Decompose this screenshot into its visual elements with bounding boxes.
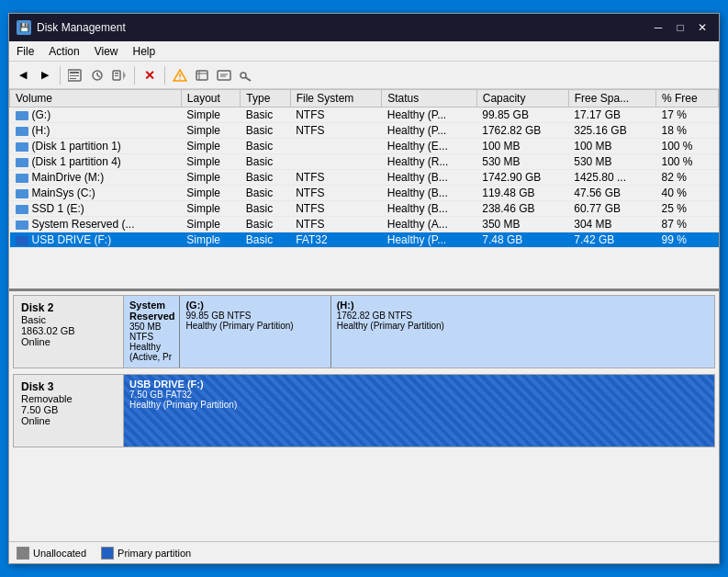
col-freespace[interactable]: Free Spa... xyxy=(568,90,655,107)
title-bar-left: 💾 Disk Management xyxy=(17,20,126,35)
table-row[interactable]: MainDrive (M:) Simple Basic NTFS Healthy… xyxy=(10,170,719,186)
svg-rect-14 xyxy=(196,71,207,80)
cell-type: Basic xyxy=(241,123,290,139)
toolbar-btn-4[interactable] xyxy=(170,65,190,85)
cell-free: 1425.80 ... xyxy=(568,170,655,186)
cell-capacity: 238.46 GB xyxy=(476,201,568,217)
toolbar-btn-5[interactable] xyxy=(192,65,212,85)
cell-layout: Simple xyxy=(181,186,240,201)
disk-type: Basic xyxy=(21,314,116,325)
col-type[interactable]: Type xyxy=(241,90,290,107)
part-name: USB DRIVE (F:) xyxy=(129,379,709,390)
table-row[interactable]: SSD 1 (E:) Simple Basic NTFS Healthy (B.… xyxy=(10,201,719,217)
toolbar-delete[interactable]: ✕ xyxy=(140,65,160,85)
legend-unallocated-box xyxy=(17,547,29,560)
cell-free: 60.77 GB xyxy=(568,201,655,217)
content-area: Volume Layout Type File System Status Ca… xyxy=(9,89,719,563)
part-size: 99.85 GB NTFS xyxy=(185,311,324,321)
app-icon: 💾 xyxy=(17,20,31,35)
partition-0-2[interactable]: (H:) 1762.82 GB NTFS Healthy (Primary Pa… xyxy=(331,296,714,368)
disk-map-area: Disk 2 Basic 1863.02 GB OnlineSystem Res… xyxy=(9,291,719,541)
disk-type: Removable xyxy=(21,393,116,404)
cell-fs: FAT32 xyxy=(290,232,382,248)
col-volume[interactable]: Volume xyxy=(10,90,182,107)
menu-action[interactable]: Action xyxy=(41,41,86,61)
toolbar: ◀ ▶ ✕ xyxy=(9,62,719,89)
cell-status: Healthy (A... xyxy=(382,217,477,232)
disk-partitions-0: System Reserved 350 MB NTFS Healthy (Act… xyxy=(124,296,714,368)
cell-status: Healthy (B... xyxy=(382,170,477,186)
toolbar-btn-1[interactable] xyxy=(65,65,85,85)
toolbar-btn-7[interactable] xyxy=(236,65,256,85)
table-header-row: Volume Layout Type File System Status Ca… xyxy=(10,90,719,107)
table-row[interactable]: USB DRIVE (F:) Simple Basic FAT32 Health… xyxy=(10,232,719,248)
cell-capacity: 7.48 GB xyxy=(476,232,568,248)
svg-rect-9 xyxy=(115,75,118,76)
cell-layout: Simple xyxy=(181,217,240,232)
cell-fs xyxy=(290,139,382,154)
disk-label-1: Disk 3 Removable 7.50 GB Online xyxy=(14,375,124,447)
table-row[interactable]: System Reserved (... Simple Basic NTFS H… xyxy=(10,217,719,232)
toolbar-btn-6[interactable] xyxy=(214,65,234,85)
toolbar-btn-2[interactable] xyxy=(87,65,107,85)
col-pct-free[interactable]: % Free xyxy=(655,90,718,107)
cell-fs: NTFS xyxy=(290,217,382,232)
cell-type: Basic xyxy=(241,154,290,170)
minimize-button[interactable]: ─ xyxy=(649,18,667,37)
cell-free: 304 MB xyxy=(568,217,655,232)
cell-fs: NTFS xyxy=(290,201,382,217)
part-name: (G:) xyxy=(185,300,324,311)
cell-status: Healthy (P... xyxy=(382,232,477,248)
disk-row-1: Disk 3 Removable 7.50 GB OnlineUSB DRIVE… xyxy=(13,374,715,447)
cell-capacity: 99.85 GB xyxy=(476,107,568,123)
toolbar-back[interactable]: ◀ xyxy=(13,65,33,85)
menu-help[interactable]: Help xyxy=(126,41,163,61)
col-filesystem[interactable]: File System xyxy=(290,90,382,107)
part-size: 1762.82 GB NTFS xyxy=(337,311,709,321)
legend-primary-box xyxy=(101,547,114,560)
col-status[interactable]: Status xyxy=(382,90,477,107)
table-row[interactable]: (H:) Simple Basic NTFS Healthy (P... 176… xyxy=(10,123,719,139)
toolbar-btn-3[interactable] xyxy=(109,65,129,85)
cell-type: Basic xyxy=(241,139,290,154)
cell-volume: (Disk 1 partition 4) xyxy=(10,154,182,170)
table-row[interactable]: MainSys (C:) Simple Basic NTFS Healthy (… xyxy=(10,186,719,201)
maximize-button[interactable]: □ xyxy=(671,18,689,37)
cell-layout: Simple xyxy=(181,107,240,123)
cell-pct: 100 % xyxy=(655,139,718,154)
menu-view[interactable]: View xyxy=(87,41,126,61)
cell-volume: MainDrive (M:) xyxy=(10,170,182,186)
cell-type: Basic xyxy=(241,107,290,123)
partition-1-0[interactable]: USB DRIVE (F:) 7.50 GB FAT32 Healthy (Pr… xyxy=(124,375,714,447)
cell-status: Healthy (B... xyxy=(382,186,477,201)
part-status: Healthy (Primary Partition) xyxy=(185,321,324,331)
cell-type: Basic xyxy=(241,201,290,217)
partition-0-0[interactable]: System Reserved 350 MB NTFS Healthy (Act… xyxy=(124,296,180,368)
table-row[interactable]: (Disk 1 partition 1) Simple Basic Health… xyxy=(10,139,719,154)
cell-pct: 82 % xyxy=(655,170,718,186)
table-row[interactable]: (G:) Simple Basic NTFS Healthy (P... 99.… xyxy=(10,107,719,123)
col-layout[interactable]: Layout xyxy=(181,90,240,107)
partition-0-1[interactable]: (G:) 99.85 GB NTFS Healthy (Primary Part… xyxy=(180,296,330,368)
table-row[interactable]: (Disk 1 partition 4) Simple Basic Health… xyxy=(10,154,719,170)
col-capacity[interactable]: Capacity xyxy=(476,90,568,107)
cell-status: Healthy (E... xyxy=(382,139,477,154)
volume-table: Volume Layout Type File System Status Ca… xyxy=(9,89,719,248)
disk-row-0: Disk 2 Basic 1863.02 GB OnlineSystem Res… xyxy=(13,295,715,368)
cell-pct: 40 % xyxy=(655,186,718,201)
svg-line-21 xyxy=(245,77,251,81)
cell-free: 325.16 GB xyxy=(568,123,655,139)
toolbar-forward[interactable]: ▶ xyxy=(35,65,55,85)
toolbar-sep-2 xyxy=(134,66,135,85)
part-status: Healthy (Primary Partition) xyxy=(129,400,709,410)
cell-volume: MainSys (C:) xyxy=(10,186,182,201)
cell-capacity: 530 MB xyxy=(476,154,568,170)
cell-pct: 17 % xyxy=(655,107,718,123)
cell-status: Healthy (B... xyxy=(382,201,477,217)
close-button[interactable]: ✕ xyxy=(693,18,711,37)
part-size: 350 MB NTFS xyxy=(129,322,174,342)
cell-capacity: 100 MB xyxy=(476,139,568,154)
menu-file[interactable]: File xyxy=(9,41,41,61)
disk-name: Disk 2 xyxy=(21,301,116,314)
cell-pct: 99 % xyxy=(655,232,718,248)
